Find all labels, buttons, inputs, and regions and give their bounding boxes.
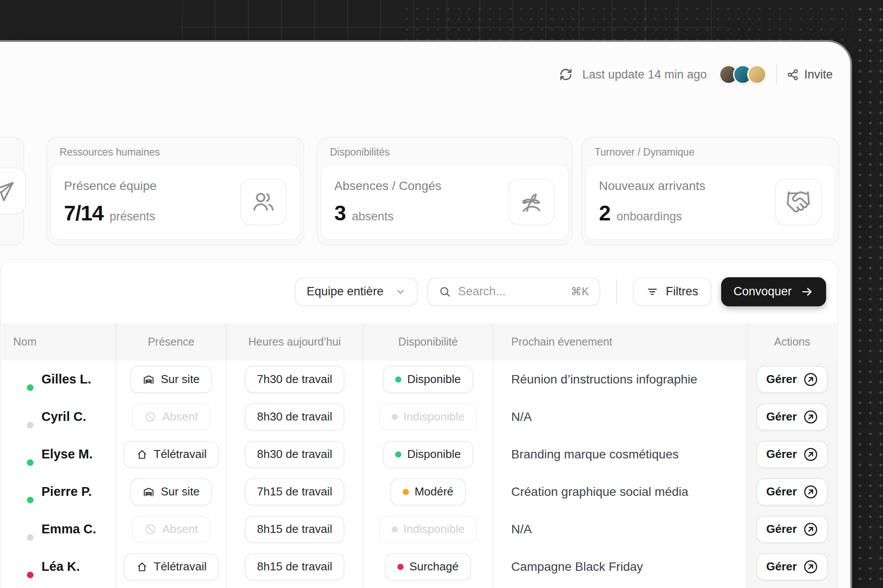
filter-icon (646, 286, 659, 298)
convoke-button[interactable]: Convoquer (721, 277, 826, 306)
topbar-divider (776, 64, 777, 85)
users-icon (240, 179, 287, 225)
search-input[interactable] (458, 285, 563, 298)
stat-title: Absences / Congés (334, 179, 442, 193)
event-text: Campagne Black Friday (493, 548, 746, 585)
col-disponibilite: Disponibilité (363, 323, 493, 361)
event-text: N/A (493, 398, 746, 435)
avatar (11, 443, 34, 466)
member-name: Gilles L. (41, 372, 91, 387)
availability-badge: Disponible (383, 441, 473, 468)
member-name: Emma C. (41, 522, 96, 536)
hours-badge: 8h15 de travail (245, 516, 345, 543)
member-name: Cyril C. (41, 409, 86, 424)
table-row: Elyse M. Télétravail 8h30 de travail Dis… (1, 435, 837, 473)
event-text: Création graphique social média (493, 473, 746, 510)
stat-unit: onboardings (617, 210, 682, 223)
palm-icon (508, 179, 555, 225)
stat-section-label: Turnover / Dynamique (582, 138, 838, 164)
ban-icon (144, 411, 157, 423)
chevron-down-icon (395, 286, 406, 298)
presence-badge: Absent (132, 403, 210, 431)
team-select[interactable]: Equipe entière (295, 278, 418, 306)
arrow-up-right-icon (803, 484, 818, 499)
stat-card-turnover: Turnover / Dynamique Nouveaux arrivants … (581, 137, 839, 246)
table-row: Emma C. Absent 8h15 de travail Indisponi… (1, 510, 837, 548)
manage-button[interactable]: Gérer (756, 516, 827, 543)
availability-dot (403, 489, 409, 495)
status-dot (26, 458, 35, 467)
status-dot (26, 421, 35, 430)
manage-button[interactable]: Gérer (756, 553, 827, 581)
stat-value: 2 (599, 201, 610, 225)
search-icon (439, 286, 451, 298)
partial-stat-card (0, 137, 24, 246)
presence-badge: Absent (132, 516, 210, 543)
filters-label: Filtres (666, 285, 698, 298)
invite-button[interactable]: Invite (787, 68, 833, 82)
col-heures: Heures aujourd’hui (226, 323, 363, 361)
manage-button[interactable]: Gérer (756, 403, 827, 431)
event-text: Branding marque cosmétiques (493, 435, 746, 473)
avatar (11, 406, 34, 428)
share-icon (787, 69, 799, 81)
office-icon (142, 486, 155, 498)
status-dot (26, 533, 35, 542)
avatar (11, 555, 34, 578)
send-icon (0, 167, 26, 214)
avatar (11, 480, 34, 503)
toolbar-divider (616, 279, 617, 305)
member-name: Léa K. (41, 559, 80, 574)
stat-section-label: Disponibilités (318, 138, 572, 164)
presence-badge: Télétravail (123, 553, 219, 581)
stat-title: Présence équipe (64, 179, 157, 193)
dashboard-panel: Last update 14 min ago Invite Ressources… (0, 42, 850, 588)
availability-badge: Indisponible (379, 403, 477, 431)
presence-badge: Sur site (130, 366, 212, 393)
team-table-card: Equipe entière ⌘K Filtres Convoquer Nom … (0, 259, 838, 588)
avatar (747, 65, 767, 84)
search-box[interactable]: ⌘K (427, 278, 600, 306)
manage-button[interactable]: Gérer (756, 441, 827, 468)
ban-icon (144, 523, 157, 536)
arrow-up-right-icon (803, 372, 818, 387)
status-dot (26, 495, 35, 505)
hours-badge: 8h30 de travail (245, 403, 345, 431)
availability-dot (395, 376, 401, 383)
table-row: Léa K. Télétravail 8h15 de travail Surch… (1, 548, 837, 585)
arrow-up-right-icon (803, 522, 818, 537)
manage-button[interactable]: Gérer (756, 366, 827, 393)
home-icon (136, 561, 148, 573)
filters-button[interactable]: Filtres (633, 278, 711, 306)
hours-badge: 8h15 de travail (245, 553, 345, 581)
availability-badge: Indisponible (379, 516, 477, 543)
toolbar: Equipe entière ⌘K Filtres Convoquer (1, 260, 837, 323)
member-name: Elyse M. (41, 447, 93, 461)
presence-badge: Télétravail (123, 441, 219, 468)
search-shortcut: ⌘K (571, 285, 589, 298)
avatar (11, 518, 34, 541)
col-nom: Nom (1, 323, 116, 361)
status-dot (26, 570, 35, 580)
table-row-partial (1, 585, 837, 588)
background-dots-right (850, 0, 883, 588)
availability-dot (392, 526, 398, 532)
availability-badge: Modéré (390, 478, 466, 506)
table-header: Nom Présence Heures aujourd’hui Disponib… (1, 323, 837, 361)
stat-card-disponibilites: Disponibilités Absences / Congés 3 absen… (317, 137, 572, 246)
arrow-right-icon (801, 285, 814, 298)
topbar: Last update 14 min ago Invite (559, 63, 833, 86)
refresh-icon[interactable] (559, 68, 572, 81)
stat-title: Nouveaux arrivants (599, 179, 705, 193)
background-dots-top (399, 0, 850, 42)
hours-badge: 8h30 de travail (245, 441, 345, 468)
event-text: Réunion d’instructions infographie (493, 361, 746, 398)
handshake-icon (775, 179, 822, 225)
stat-unit: présents (109, 210, 155, 223)
member-name: Pierre P. (41, 484, 92, 499)
manage-button[interactable]: Gérer (756, 478, 827, 506)
office-icon (142, 373, 155, 386)
avatar-group[interactable] (719, 65, 767, 84)
hours-badge: 7h15 de travail (245, 478, 345, 506)
status-dot (26, 383, 35, 392)
